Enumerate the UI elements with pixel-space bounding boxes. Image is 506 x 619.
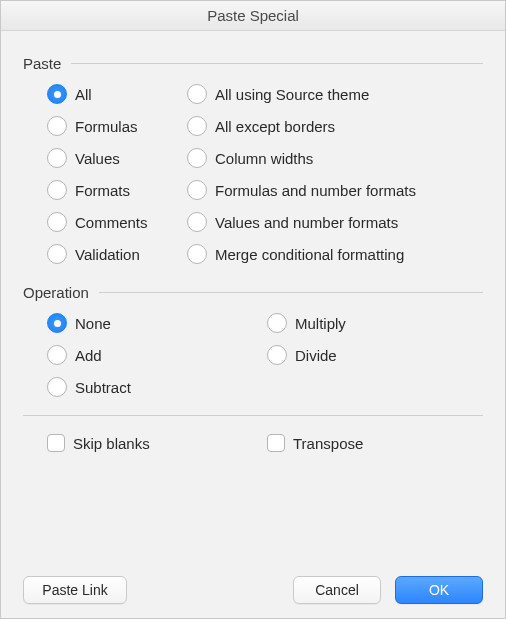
ok-button[interactable]: OK	[395, 576, 483, 604]
radio-icon	[47, 84, 67, 104]
divider	[23, 415, 483, 416]
radio-label: Formats	[75, 182, 130, 199]
radio-icon	[47, 116, 67, 136]
radio-label: Formulas	[75, 118, 138, 135]
radio-icon	[187, 116, 207, 136]
dialog-title: Paste Special	[1, 1, 505, 31]
radio-icon	[47, 148, 67, 168]
radio-icon	[267, 313, 287, 333]
paste-radio-formulas[interactable]: Formulas	[47, 116, 187, 136]
radio-label: Subtract	[75, 379, 131, 396]
radio-icon	[187, 148, 207, 168]
radio-label: Values and number formats	[215, 214, 398, 231]
checkbox-label: Transpose	[293, 435, 363, 452]
paste-section-header: Paste	[23, 55, 483, 72]
radio-icon	[267, 345, 287, 365]
radio-label: Merge conditional formatting	[215, 246, 404, 263]
operation-radio-none[interactable]: None	[47, 313, 267, 333]
radio-label: Multiply	[295, 315, 346, 332]
radio-label: Add	[75, 347, 102, 364]
radio-label: All except borders	[215, 118, 335, 135]
radio-label: Column widths	[215, 150, 313, 167]
cancel-button[interactable]: Cancel	[293, 576, 381, 604]
radio-icon	[187, 84, 207, 104]
radio-label: All using Source theme	[215, 86, 369, 103]
paste-radio-all-except-borders[interactable]: All except borders	[187, 116, 483, 136]
operation-radio-divide[interactable]: Divide	[267, 345, 337, 365]
paste-radio-values-number-formats[interactable]: Values and number formats	[187, 212, 483, 232]
radio-icon	[187, 212, 207, 232]
transpose-checkbox[interactable]: Transpose	[267, 434, 363, 452]
dialog-footer: Paste Link Cancel OK	[23, 554, 483, 604]
radio-icon	[47, 345, 67, 365]
radio-icon	[47, 180, 67, 200]
skip-blanks-checkbox[interactable]: Skip blanks	[47, 434, 267, 452]
dialog-content: Paste All All using Source theme Formula…	[1, 31, 505, 618]
radio-label: Values	[75, 150, 120, 167]
checkbox-label: Skip blanks	[73, 435, 150, 452]
operation-radio-multiply[interactable]: Multiply	[267, 313, 346, 333]
radio-icon	[47, 244, 67, 264]
checkbox-row: Skip blanks Transpose	[47, 434, 483, 452]
paste-heading: Paste	[23, 55, 61, 72]
radio-label: Validation	[75, 246, 140, 263]
radio-icon	[47, 313, 67, 333]
radio-icon	[47, 377, 67, 397]
radio-label: None	[75, 315, 111, 332]
radio-label: Comments	[75, 214, 148, 231]
paste-radio-comments[interactable]: Comments	[47, 212, 187, 232]
radio-icon	[187, 180, 207, 200]
paste-special-dialog: Paste Special Paste All All using Source…	[0, 0, 506, 619]
radio-label: All	[75, 86, 92, 103]
paste-link-button[interactable]: Paste Link	[23, 576, 127, 604]
operation-section-header: Operation	[23, 284, 483, 301]
paste-options: All All using Source theme Formulas All …	[47, 84, 483, 264]
paste-radio-merge-conditional[interactable]: Merge conditional formatting	[187, 244, 483, 264]
radio-icon	[47, 212, 67, 232]
divider-line	[71, 63, 483, 64]
radio-icon	[187, 244, 207, 264]
operation-radio-add[interactable]: Add	[47, 345, 267, 365]
paste-radio-all[interactable]: All	[47, 84, 187, 104]
radio-label: Divide	[295, 347, 337, 364]
operation-heading: Operation	[23, 284, 89, 301]
paste-radio-validation[interactable]: Validation	[47, 244, 187, 264]
paste-radio-column-widths[interactable]: Column widths	[187, 148, 483, 168]
paste-radio-values[interactable]: Values	[47, 148, 187, 168]
checkbox-icon	[47, 434, 65, 452]
operation-radio-subtract[interactable]: Subtract	[47, 377, 267, 397]
paste-radio-all-source-theme[interactable]: All using Source theme	[187, 84, 483, 104]
checkbox-icon	[267, 434, 285, 452]
paste-radio-formats[interactable]: Formats	[47, 180, 187, 200]
divider-line	[99, 292, 483, 293]
radio-label: Formulas and number formats	[215, 182, 416, 199]
operation-options: None Multiply Add	[47, 313, 483, 397]
paste-radio-formulas-number-formats[interactable]: Formulas and number formats	[187, 180, 483, 200]
